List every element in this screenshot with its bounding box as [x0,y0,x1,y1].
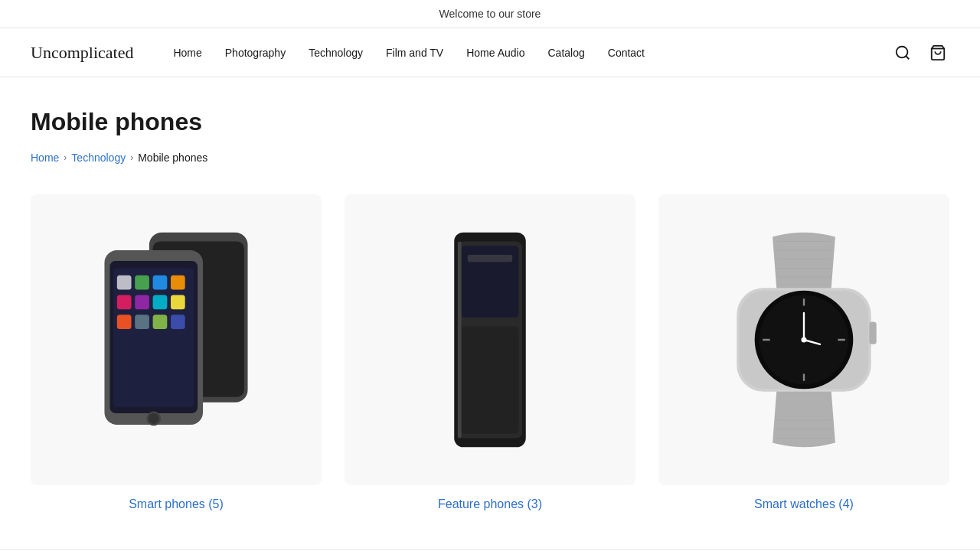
svg-rect-12 [117,295,132,310]
announcement-bar: Welcome to our store [0,0,980,28]
breadcrumb-home[interactable]: Home [31,152,59,164]
svg-rect-10 [153,276,168,290]
smartwatch-illustration [688,223,920,456]
svg-rect-26 [462,326,519,433]
category-label-smartwatches[interactable]: Smart watches (4) [754,497,854,511]
search-icon [894,44,911,61]
category-card-feature-phones[interactable]: Feature phones (3) [345,194,635,511]
category-card-smartwatches[interactable]: Smart watches (4) [658,194,949,511]
feature-phone-illustration [374,223,606,456]
nav-catalog[interactable]: Catalog [539,41,594,65]
nav-photography[interactable]: Photography [216,41,295,65]
svg-rect-25 [468,255,512,262]
svg-rect-14 [153,295,168,310]
svg-rect-11 [171,276,185,290]
svg-rect-9 [135,276,149,290]
svg-rect-19 [171,315,185,329]
svg-point-0 [897,46,908,57]
nav-technology[interactable]: Technology [299,41,372,65]
svg-point-21 [149,413,159,424]
breadcrumb-separator-1: › [64,152,67,163]
breadcrumb-parent[interactable]: Technology [71,152,126,164]
svg-rect-18 [153,315,168,329]
svg-rect-15 [171,295,185,310]
breadcrumb-current: Mobile phones [138,152,207,164]
category-label-feature-phones[interactable]: Feature phones (3) [438,497,542,511]
main-content: Mobile phones Home › Technology › Mobile… [0,77,980,511]
search-button[interactable] [891,41,914,64]
svg-rect-31 [869,322,876,344]
svg-rect-27 [458,241,462,438]
svg-point-39 [801,337,806,342]
cart-button[interactable] [926,41,949,64]
category-image-smartphones [31,194,322,485]
breadcrumb: Home › Technology › Mobile phones [31,152,949,164]
breadcrumb-separator-2: › [130,152,133,163]
announcement-text: Welcome to our store [439,8,541,20]
svg-rect-16 [117,315,132,329]
svg-rect-8 [117,276,132,290]
category-image-feature-phones [345,194,635,485]
nav: Home Photography Technology Film and TV … [164,41,891,65]
page-title: Mobile phones [31,108,949,136]
nav-film-and-tv[interactable]: Film and TV [377,41,452,65]
smartphone-illustration [60,223,292,456]
category-grid: Smart phones (5) [31,194,949,511]
svg-line-1 [906,56,909,59]
svg-rect-17 [135,315,149,329]
logo[interactable]: Uncomplicated [31,43,133,63]
category-card-smartphones[interactable]: Smart phones (5) [31,194,322,511]
nav-contact[interactable]: Contact [599,41,654,65]
category-label-smartphones[interactable]: Smart phones (5) [129,497,224,511]
nav-home-audio[interactable]: Home Audio [457,41,534,65]
category-image-smartwatches [658,194,949,485]
cart-icon [929,44,946,61]
svg-rect-13 [135,295,149,310]
header-icons [891,41,949,64]
nav-home[interactable]: Home [164,41,211,65]
header: Uncomplicated Home Photography Technolog… [0,28,980,77]
